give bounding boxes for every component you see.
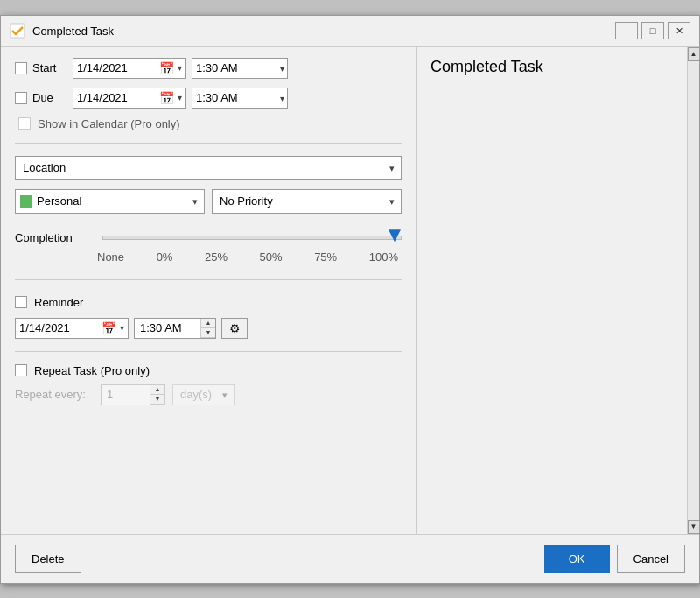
priority-wrap: No Priority bbox=[212, 189, 402, 214]
start-checkbox[interactable] bbox=[15, 62, 27, 74]
footer: Delete OK Cancel bbox=[1, 534, 699, 583]
reminder-calendar-icon[interactable]: 📅 bbox=[102, 321, 116, 335]
slider-track bbox=[102, 236, 402, 240]
window-body: Start 📅 ▾ 1:30 AM Due bbox=[1, 47, 699, 534]
due-checkbox-label: Due bbox=[15, 91, 67, 104]
minimize-button[interactable]: — bbox=[615, 22, 638, 39]
title-bar: Completed Task — □ ✕ bbox=[1, 16, 699, 47]
tick-none: None bbox=[97, 250, 124, 264]
repeat-num-wrap: ▲ ▼ bbox=[101, 384, 165, 405]
due-time-wrap: 1:30 AM bbox=[192, 88, 288, 109]
due-label: Due bbox=[32, 91, 53, 104]
close-button[interactable]: ✕ bbox=[668, 22, 690, 39]
reminder-time-spinners: ▲ ▼ bbox=[200, 319, 215, 338]
tick-0: 0% bbox=[157, 250, 173, 264]
start-date-input[interactable] bbox=[77, 61, 156, 74]
start-checkbox-label: Start bbox=[15, 61, 67, 74]
scroll-down-arrow[interactable]: ▼ bbox=[688, 520, 700, 534]
show-calendar-checkbox[interactable] bbox=[18, 117, 31, 130]
start-label: Start bbox=[32, 61, 56, 74]
window-icon bbox=[10, 23, 25, 39]
start-calendar-icon[interactable]: 📅 bbox=[159, 61, 174, 75]
ok-button[interactable]: OK bbox=[544, 545, 610, 573]
due-date-arrow[interactable]: ▾ bbox=[178, 93, 182, 102]
scroll-track[interactable] bbox=[688, 61, 699, 520]
delete-button[interactable]: Delete bbox=[15, 545, 81, 573]
scroll-up-arrow[interactable]: ▲ bbox=[688, 47, 700, 61]
due-date-wrap: 📅 ▾ bbox=[73, 88, 186, 109]
tick-100: 100% bbox=[369, 250, 398, 264]
category-priority-row: Personal No Priority bbox=[15, 189, 402, 214]
reminder-label: Reminder bbox=[34, 296, 83, 309]
location-wrap: Location bbox=[15, 156, 402, 180]
completion-ticks: None 0% 25% 50% 75% 100% bbox=[94, 250, 402, 264]
tick-50: 50% bbox=[260, 250, 283, 264]
repeat-row: Repeat every: ▲ ▼ day(s) bbox=[15, 384, 402, 405]
completion-section: Completion None 0% 25% 50% 75% 100% bbox=[15, 222, 402, 267]
reminder-checkbox[interactable] bbox=[15, 296, 27, 308]
reminder-date-input[interactable] bbox=[19, 321, 98, 334]
start-date-wrap: 📅 ▾ bbox=[73, 58, 186, 79]
right-panel-scrollbar: ▲ ▼ bbox=[687, 47, 699, 534]
due-checkbox[interactable] bbox=[15, 92, 27, 104]
repeat-every-label: Repeat every: bbox=[15, 388, 94, 401]
due-calendar-icon[interactable]: 📅 bbox=[159, 91, 174, 105]
tick-25: 25% bbox=[205, 250, 228, 264]
slider-thumb[interactable] bbox=[388, 229, 401, 242]
divider-1 bbox=[15, 143, 402, 144]
repeat-num-input[interactable] bbox=[102, 388, 150, 401]
reminder-date-row: 📅 ▾ ▲ ▼ ⚙ bbox=[15, 318, 402, 339]
reminder-time-down[interactable]: ▼ bbox=[201, 328, 215, 338]
repeat-checkbox[interactable] bbox=[15, 364, 27, 376]
start-time-select[interactable]: 1:30 AM bbox=[192, 58, 288, 79]
completion-header: Completion bbox=[15, 229, 402, 247]
location-select[interactable]: Location bbox=[15, 156, 402, 180]
reminder-time-input[interactable] bbox=[135, 321, 200, 334]
repeat-header: Repeat Task (Pro only) bbox=[15, 364, 402, 377]
repeat-spinners: ▲ ▼ bbox=[150, 385, 164, 405]
category-wrap: Personal bbox=[15, 189, 205, 214]
right-panel-title: Completed Task bbox=[430, 58, 685, 76]
reminder-time-wrap: ▲ ▼ bbox=[134, 318, 216, 339]
completion-slider-wrap bbox=[102, 229, 402, 247]
left-panel: Start 📅 ▾ 1:30 AM Due bbox=[1, 47, 416, 534]
repeat-num-down[interactable]: ▼ bbox=[150, 395, 164, 405]
divider-3 bbox=[15, 351, 402, 352]
right-panel: Completed Task ▲ ▼ bbox=[416, 47, 699, 534]
tick-75: 75% bbox=[314, 250, 337, 264]
start-row: Start 📅 ▾ 1:30 AM bbox=[15, 58, 402, 79]
due-date-input[interactable] bbox=[77, 91, 156, 104]
due-row: Due 📅 ▾ 1:30 AM bbox=[15, 88, 402, 109]
reminder-time-up[interactable]: ▲ bbox=[201, 319, 215, 328]
window-controls: — □ ✕ bbox=[615, 22, 690, 39]
reminder-checkbox-row: Reminder bbox=[15, 296, 402, 309]
completion-label: Completion bbox=[15, 231, 94, 244]
show-calendar-row: Show in Calendar (Pro only) bbox=[18, 117, 402, 130]
start-time-wrap: 1:30 AM bbox=[192, 58, 288, 79]
reminder-date-wrap: 📅 ▾ bbox=[15, 318, 129, 339]
repeat-label: Repeat Task (Pro only) bbox=[34, 364, 150, 377]
start-date-arrow[interactable]: ▾ bbox=[178, 63, 182, 73]
reminder-date-arrow[interactable]: ▾ bbox=[120, 323, 124, 333]
slider-filled bbox=[103, 236, 401, 239]
show-calendar-label: Show in Calendar (Pro only) bbox=[38, 117, 180, 130]
repeat-num-up[interactable]: ▲ bbox=[150, 385, 164, 395]
category-select[interactable]: Personal bbox=[15, 189, 205, 214]
day-unit-select[interactable]: day(s) bbox=[172, 384, 234, 405]
window-title: Completed Task bbox=[32, 25, 615, 38]
footer-right: OK Cancel bbox=[544, 545, 685, 573]
divider-2 bbox=[15, 279, 402, 280]
due-time-select[interactable]: 1:30 AM bbox=[192, 88, 288, 109]
priority-select[interactable]: No Priority bbox=[212, 189, 402, 214]
day-select-wrap: day(s) bbox=[172, 384, 234, 405]
maximize-button[interactable]: □ bbox=[641, 22, 664, 39]
repeat-section: Repeat Task (Pro only) Repeat every: ▲ ▼… bbox=[15, 364, 402, 405]
cancel-button[interactable]: Cancel bbox=[617, 545, 685, 573]
reminder-gear-button[interactable]: ⚙ bbox=[221, 318, 248, 339]
